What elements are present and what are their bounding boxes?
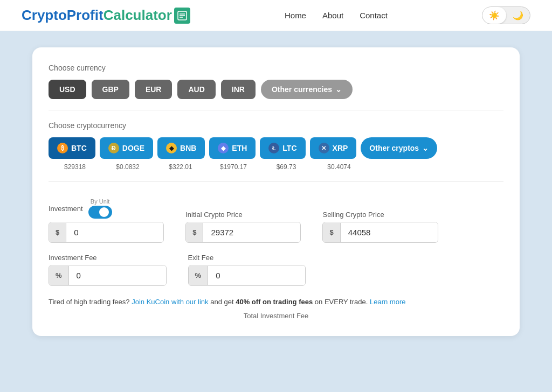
inputs-section: Investment By Unit $ [49, 198, 503, 286]
selling-price-input[interactable] [341, 222, 438, 242]
promo-link-learn-more[interactable]: Learn more [370, 298, 405, 306]
currency-btn-usd[interactable]: USD [49, 80, 86, 99]
eth-label: ETH [232, 144, 247, 152]
ltc-price: $69.73 [262, 163, 310, 171]
main-wrapper: Choose currency USD GBP EUR AUD INR Othe… [0, 31, 552, 392]
chevron-down-icon: ⌄ [335, 85, 342, 94]
investment-prefix: $ [49, 223, 66, 242]
promo-bold-text: 40% off on trading fees [236, 298, 313, 306]
investment-fee-label: Investment Fee [49, 254, 167, 262]
promo-text-before: Tired of high trading fees? [49, 298, 130, 306]
crypto-btn-xrp[interactable]: ✕ XRP [310, 137, 357, 159]
selling-price-input-wrapper: $ [322, 222, 438, 243]
investment-top: Investment By Unit [49, 198, 164, 219]
by-unit-label: By Unit [91, 198, 109, 205]
eth-icon: ◆ [218, 143, 229, 153]
crypto-prices-row: $29318 $0.0832 $322.01 $1970.17 $69.73 $… [49, 163, 503, 171]
ltc-icon: Ł [268, 143, 279, 153]
crypto-btn-bnb[interactable]: ◆ BNB [157, 137, 205, 159]
other-currencies-label: Other currencies [272, 85, 332, 94]
crypto-btn-btc[interactable]: ₿ BTC [49, 137, 95, 159]
nav-about[interactable]: About [322, 11, 343, 20]
xrp-icon: ✕ [319, 143, 329, 153]
header: Crypto Profit Calculator Home About Cont… [0, 0, 552, 31]
doge-label: DOGE [122, 144, 144, 152]
investment-input[interactable] [66, 222, 163, 242]
exit-fee-prefix: % [189, 266, 209, 285]
bnb-label: BNB [180, 144, 196, 152]
initial-price-prefix: $ [186, 223, 203, 242]
exit-fee-label: Exit Fee [188, 254, 306, 262]
section-divider-2 [49, 181, 503, 182]
currency-button-group: USD GBP EUR AUD INR Other currencies ⌄ [49, 80, 503, 99]
theme-toggle[interactable]: ☀️ 🌙 [482, 6, 530, 24]
exit-fee-group: Exit Fee % [188, 254, 306, 286]
by-unit-toggle[interactable] [88, 206, 112, 219]
investment-fee-prefix: % [49, 266, 69, 285]
investment-fee-group: Investment Fee % [49, 254, 167, 286]
nav-contact[interactable]: Contact [360, 11, 388, 20]
crypto-btn-other[interactable]: Other cryptos ⌄ [361, 137, 437, 159]
currency-btn-inr[interactable]: INR [221, 80, 256, 99]
xrp-price: $0.4074 [315, 163, 363, 171]
doge-price: $0.0832 [104, 163, 152, 171]
input-row-2: Investment Fee % Exit Fee % [49, 254, 503, 286]
exit-fee-input-wrapper: % [188, 265, 306, 286]
initial-price-group: Initial Crypto Price $ [185, 211, 301, 243]
nav-home[interactable]: Home [285, 11, 306, 20]
currency-btn-eur[interactable]: EUR [135, 80, 172, 99]
doge-icon: Ð [108, 143, 119, 153]
logo-crypto-text: Crypto [22, 7, 67, 24]
promo-text-after: on EVERY trade. [315, 298, 368, 306]
logo: Crypto Profit Calculator [22, 7, 190, 24]
btc-icon: ₿ [57, 143, 68, 153]
calculator-card: Choose currency USD GBP EUR AUD INR Othe… [32, 47, 520, 336]
investment-label: Investment [49, 205, 83, 213]
total-fee-label: Total Investment Fee [49, 312, 503, 320]
logo-calculator-text: Calculator [104, 7, 172, 24]
main-nav: Home About Contact [285, 11, 388, 20]
initial-price-input-wrapper: $ [185, 222, 301, 243]
currency-btn-other[interactable]: Other currencies ⌄ [261, 80, 353, 99]
initial-price-label: Initial Crypto Price [185, 211, 301, 219]
currency-btn-gbp[interactable]: GBP [92, 80, 129, 99]
crypto-label: Choose cryptocurrency [49, 121, 503, 130]
exit-fee-input[interactable] [208, 265, 305, 285]
selling-price-group: Selling Crypto Price $ [322, 211, 438, 243]
btc-label: BTC [71, 144, 87, 152]
crypto-button-group: ₿ BTC Ð DOGE ◆ BNB ◆ ETH Ł LTC ✕ XRP [49, 137, 503, 159]
investment-fee-input[interactable] [69, 265, 166, 285]
investment-input-wrapper: $ [49, 222, 164, 243]
selling-price-prefix: $ [323, 223, 340, 242]
currency-label: Choose currency [49, 64, 503, 72]
investment-fee-input-wrapper: % [49, 265, 167, 286]
xrp-label: XRP [333, 144, 348, 152]
logo-profit-text: Profit [67, 7, 104, 24]
ltc-label: LTC [282, 144, 296, 152]
bnb-price: $322.01 [156, 163, 205, 171]
initial-price-input[interactable] [203, 222, 300, 242]
light-mode-button[interactable]: ☀️ [482, 7, 506, 24]
promo-text: Tired of high trading fees? Join KuCoin … [49, 297, 503, 307]
other-cryptos-label: Other cryptos [369, 144, 419, 152]
promo-text-middle: and get [210, 298, 233, 306]
bnb-icon: ◆ [166, 143, 177, 153]
crypto-btn-eth[interactable]: ◆ ETH [209, 137, 256, 159]
section-divider-1 [49, 110, 503, 110]
promo-link-kucoin[interactable]: Join KuCoin with our link [132, 298, 208, 306]
input-row-1: Investment By Unit $ [49, 198, 503, 243]
dark-mode-button[interactable]: 🌙 [506, 7, 530, 24]
logo-icon [174, 8, 190, 24]
crypto-btn-doge[interactable]: Ð DOGE [100, 137, 153, 159]
eth-price: $1970.17 [209, 163, 258, 171]
currency-btn-aud[interactable]: AUD [177, 80, 215, 99]
crypto-btn-ltc[interactable]: Ł LTC [260, 137, 305, 159]
investment-group: Investment By Unit $ [49, 198, 164, 243]
btc-price: $29318 [51, 163, 99, 171]
selling-price-label: Selling Crypto Price [322, 211, 438, 219]
other-cryptos-chevron-icon: ⌄ [422, 144, 429, 152]
